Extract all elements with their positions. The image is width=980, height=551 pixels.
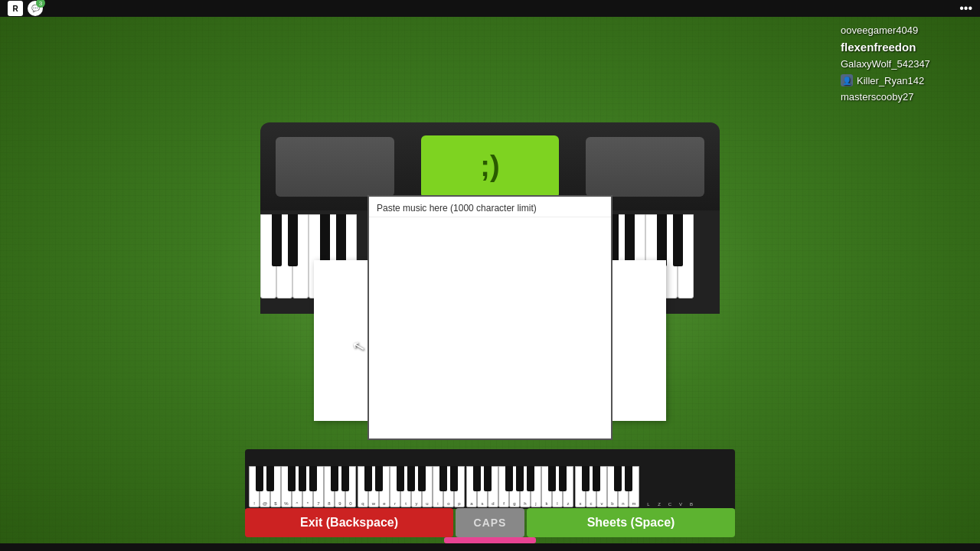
player-item-with-icon: 👤 Killer_Ryan142	[835, 73, 972, 88]
piano-right-display	[586, 137, 704, 197]
notification-badge: 3	[36, 0, 45, 8]
player-item: ooveegamer4049	[835, 23, 972, 37]
exit-button[interactable]: Exit (Backspace)	[245, 508, 453, 537]
music-input-overlay: Paste music here (1000 character limit)	[368, 195, 612, 440]
bottom-bar	[0, 543, 980, 551]
player-item: GalaxyWolf_542347	[835, 57, 972, 71]
pink-bar	[444, 537, 536, 543]
music-textarea[interactable]	[369, 217, 611, 436]
sheets-button[interactable]: Sheets (Space)	[527, 508, 735, 537]
player-list: ooveegamer4049 flexenfreedon GalaxyWolf_…	[835, 23, 972, 106]
notification-icon[interactable]: 💬 3	[28, 1, 43, 16]
top-bar: R 💬 3 •••	[0, 0, 980, 17]
music-input-label: Paste music here (1000 character limit)	[369, 197, 611, 217]
player-item-highlighted: flexenfreedon	[835, 39, 972, 55]
player-name: Killer_Ryan142	[857, 75, 924, 86]
top-bar-left: R 💬 3	[8, 1, 43, 16]
piano-left-display	[276, 137, 394, 197]
player-person-icon: 👤	[841, 74, 853, 86]
action-buttons-row: Exit (Backspace) CAps Sheets (Space)	[245, 508, 735, 537]
roblox-logo-icon[interactable]: R	[8, 1, 23, 16]
caps-button[interactable]: CAps	[456, 508, 524, 537]
full-piano-keyboard: ! @ $ % ^ * 7 8 9 0	[245, 449, 735, 509]
player-item: masterscooby27	[835, 90, 972, 104]
menu-dots-icon[interactable]: •••	[959, 2, 972, 15]
piano-center-display: ;)	[421, 135, 559, 198]
